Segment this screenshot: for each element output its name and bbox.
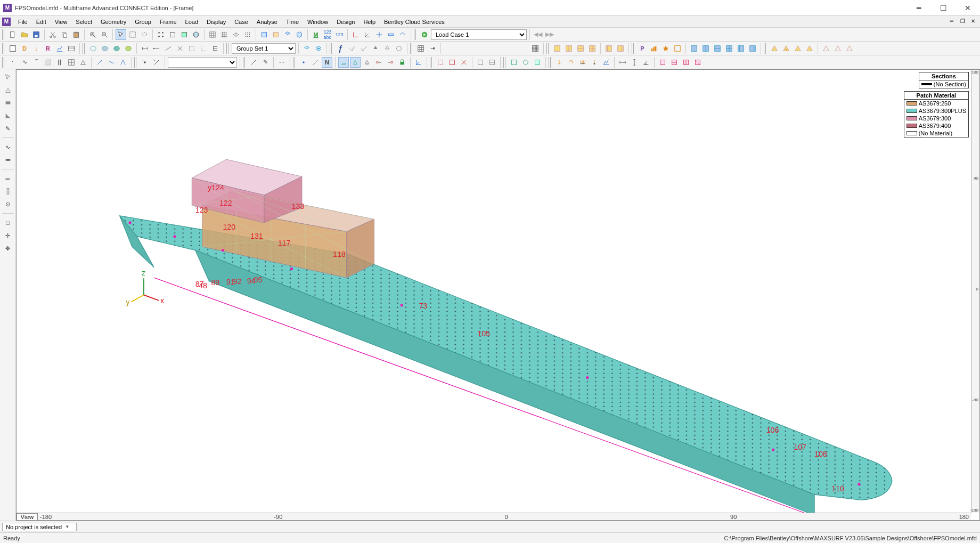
warn-4-button[interactable]	[804, 43, 815, 54]
shape-P-button[interactable]: P	[637, 43, 648, 54]
show-solids-button[interactable]	[191, 29, 201, 40]
dim7-button[interactable]	[210, 43, 220, 54]
menu-analyse[interactable]: Analyse	[252, 18, 282, 26]
an6-button[interactable]	[394, 43, 404, 54]
boxY-2-button[interactable]	[564, 43, 574, 54]
zoom-in-button[interactable]	[87, 29, 98, 40]
layer-2-button[interactable]	[313, 43, 324, 54]
toolbar-grip-icon[interactable]	[134, 57, 137, 68]
render-shade-edge-button[interactable]	[123, 43, 134, 54]
out-2-button[interactable]	[520, 57, 531, 68]
warn-7-button[interactable]	[844, 43, 855, 54]
an3-button[interactable]	[358, 43, 369, 54]
toolbar-grip-icon[interactable]	[226, 43, 230, 54]
menu-time[interactable]: Time	[282, 18, 303, 26]
render-hidden-button[interactable]	[100, 43, 110, 54]
load-node-button[interactable]	[589, 57, 600, 68]
dim1-button[interactable]	[140, 43, 150, 54]
window-result-button[interactable]: R	[43, 43, 53, 54]
draw-line-button[interactable]	[248, 57, 259, 68]
dim2-button[interactable]	[151, 43, 162, 54]
sel-rect-red2-button[interactable]	[447, 57, 458, 68]
paste-button[interactable]	[71, 29, 81, 40]
pal-triangle-button[interactable]	[2, 84, 14, 96]
maximize-button[interactable]: ☐	[931, 0, 956, 16]
menu-edit[interactable]: Edit	[32, 18, 51, 26]
pick-node-button[interactable]	[140, 57, 150, 68]
element-3-button[interactable]	[118, 57, 128, 68]
load-dist-button[interactable]	[577, 57, 588, 68]
pal-curve-button[interactable]: ∿	[2, 141, 14, 153]
orientation-button[interactable]	[374, 29, 385, 40]
pal-plate-button[interactable]	[2, 154, 14, 166]
toolbar-grip-icon[interactable]	[410, 43, 413, 54]
poly-N-button[interactable]: N	[322, 57, 332, 68]
mdi-minimize-button[interactable]: ━	[947, 16, 957, 26]
dim5-button[interactable]	[186, 43, 197, 54]
load-play-button[interactable]	[419, 29, 430, 40]
dim4-button[interactable]	[175, 43, 185, 54]
support-pin-button[interactable]	[350, 57, 361, 68]
axis-xyz-button[interactable]	[413, 57, 424, 68]
menu-geometry[interactable]: Geometry	[96, 18, 130, 26]
table-button[interactable]	[415, 43, 426, 54]
view-side-button[interactable]	[271, 29, 281, 40]
select-arrow-button[interactable]	[116, 29, 126, 40]
analyse-button[interactable]: ƒ	[335, 43, 346, 54]
pal-dot-button[interactable]: ⊙	[2, 198, 14, 210]
boxB-3-button[interactable]	[712, 43, 723, 54]
pal-square-button[interactable]: □	[2, 217, 14, 229]
window-geom-button[interactable]: D	[19, 43, 30, 54]
pal-arrow-button[interactable]	[2, 71, 14, 83]
load-vert-button[interactable]	[554, 57, 565, 68]
toolbar-grip-icon[interactable]	[503, 57, 507, 68]
surfR-1-button[interactable]	[657, 57, 668, 68]
toolbar-grip-icon[interactable]	[330, 43, 333, 54]
menu-file[interactable]: File	[14, 18, 32, 26]
prev-case-button[interactable]: ◀◀	[533, 29, 543, 40]
menu-frame[interactable]: Frame	[156, 18, 181, 26]
more-2-button[interactable]	[397, 29, 408, 40]
shape-chart-button[interactable]	[649, 43, 659, 54]
cut-button[interactable]	[47, 29, 58, 40]
pal-rect-button[interactable]	[2, 97, 14, 109]
pal-cross-button[interactable]: ✛	[2, 230, 14, 241]
toolbar-grip-icon[interactable]	[293, 57, 296, 68]
mdi-restore-button[interactable]: ❐	[958, 16, 967, 26]
shape-grid-button[interactable]	[672, 43, 683, 54]
surfR-3-button[interactable]	[681, 57, 691, 68]
snap-line-button[interactable]: ∿	[19, 57, 30, 68]
toolbar-grip-icon[interactable]	[83, 43, 86, 54]
release-2-button[interactable]	[385, 57, 396, 68]
toolbar-grip-icon[interactable]	[764, 43, 767, 54]
view-tab[interactable]: View	[17, 513, 38, 520]
show-lines-button[interactable]	[167, 29, 178, 40]
warn-5-button[interactable]	[821, 43, 831, 54]
view-iso-button[interactable]	[294, 29, 305, 40]
numeric-2-button[interactable]: 123	[334, 29, 345, 40]
render-wire-button[interactable]	[88, 43, 99, 54]
group-set-combo[interactable]: Group Set 1	[232, 43, 296, 54]
zoom-out-button[interactable]	[99, 29, 110, 40]
surfR-4-button[interactable]	[692, 57, 703, 68]
element-2-button[interactable]	[106, 57, 117, 68]
boxY-5-button[interactable]	[603, 43, 614, 54]
menu-help[interactable]: Help	[359, 18, 380, 26]
res-chart-button[interactable]	[601, 57, 611, 68]
boxY-6-button[interactable]	[615, 43, 626, 54]
layer-1-button[interactable]	[301, 43, 312, 54]
close-button[interactable]: ✕	[956, 0, 980, 16]
dim-ang-button[interactable]	[641, 57, 651, 68]
new-file-button[interactable]	[7, 29, 18, 40]
pick-combo[interactable]	[168, 57, 237, 68]
dim-ly-button[interactable]	[629, 57, 640, 68]
window-plot-button[interactable]	[54, 43, 65, 54]
boxB-6-button[interactable]	[747, 43, 758, 54]
diag-1-button[interactable]	[310, 57, 321, 68]
toolbar-grip-icon[interactable]	[243, 57, 246, 68]
toolbar-grip-icon[interactable]	[546, 43, 550, 54]
grid-button[interactable]	[207, 29, 218, 40]
pal-h-button[interactable]: ═	[2, 173, 14, 184]
boxB-1-button[interactable]	[689, 43, 699, 54]
open-file-button[interactable]	[19, 29, 30, 40]
